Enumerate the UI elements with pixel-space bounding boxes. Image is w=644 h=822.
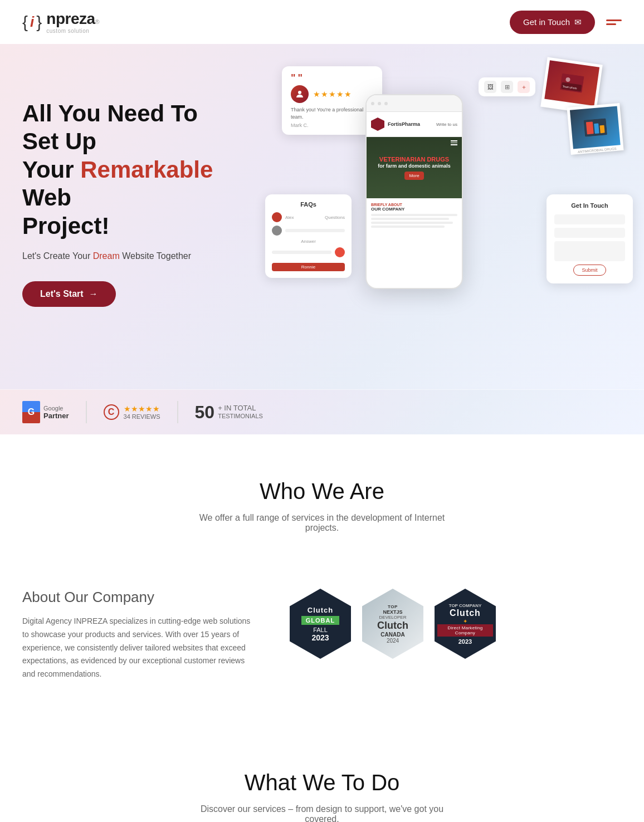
badge-nextjs-label: NEXTJS [377, 609, 408, 615]
testimonials-number: 50 [195, 402, 215, 423]
badge-year-1: 2023 [301, 633, 339, 642]
reviewer-avatar [291, 85, 309, 103]
phone-text-line-2 [371, 218, 449, 220]
clutch-stars: ★★★★★ [124, 404, 160, 413]
phone-company-label: OUR COMPANY [371, 207, 457, 212]
google-partner-badge: G Google Partner [22, 401, 69, 423]
what-we-do-subtitle: Discover our services – from design to s… [183, 804, 461, 822]
phone-text-line-1 [371, 214, 457, 216]
lets-start-button[interactable]: Let's Start → [22, 281, 116, 307]
faq-submit-button[interactable]: Ronnie [272, 263, 345, 271]
clutch-logo-c: C [104, 404, 119, 420]
svg-rect-6 [586, 121, 593, 134]
faq-avatar-2 [272, 226, 282, 236]
about-title: About Our Company [22, 589, 256, 606]
header-right: Get in Touch ✉ [510, 11, 622, 34]
faq-row-answer [272, 226, 345, 236]
hex-badge-1: Clutch GLOBAL FALL 2023 [290, 589, 351, 659]
faq-answer-label: Answer [301, 239, 316, 244]
cta-label: Get in Touch [523, 17, 570, 27]
stats-area: G Google Partner C ★★★★★ 34 REVIEWS 50 +… [0, 389, 644, 434]
review-stars: ★★★★★ [313, 90, 352, 99]
clutch-stat: C ★★★★★ 34 REVIEWS [104, 404, 160, 420]
phone-text-lines [371, 214, 457, 228]
hex-content-3: TOP COMPANY Clutch ✦ Direct Marketing Co… [435, 598, 496, 650]
who-we-are-subtitle: We offer a full range of services in the… [183, 513, 461, 533]
toolbar-mockup: 🖼 ⊞ ＋ [479, 77, 535, 96]
phone-dot-3 [384, 102, 388, 105]
phone-content: BRIEFLY ABOUT OUR COMPANY [367, 198, 462, 234]
polaroid-img-2 [570, 106, 621, 149]
badge-developer-label: DEVELOPER [377, 615, 408, 620]
badges-area: Clutch GLOBAL FALL 2023 TOP NEXTJS DEVEL… [290, 589, 496, 659]
hero-title-line1: All You Need To Set Up [22, 100, 198, 154]
faq-row-3 [272, 247, 345, 257]
who-we-are-section: Who We Are We offer a full range of serv… [0, 434, 644, 566]
pharma-name: FortisPharma [388, 121, 420, 127]
faq-row-alex: Alex Questions [272, 212, 345, 222]
phone-drug-title: VETERINARIAN DRUGS [378, 155, 451, 163]
hero-title-line3: Project! [22, 213, 109, 239]
ph-line-2 [451, 143, 457, 144]
phone-hamburger-icon [451, 140, 457, 145]
badge-global-strip: GLOBAL [301, 616, 339, 625]
svg-point-0 [298, 91, 301, 94]
phone-dot-2 [378, 102, 381, 105]
faq-label-questions: Questions [325, 215, 345, 220]
contact-card-title: Get In Touch [554, 202, 625, 209]
svg-rect-7 [594, 124, 599, 134]
tb-icon-img: 🖼 [484, 81, 496, 93]
hex-badge-3: TOP COMPANY Clutch ✦ Direct Marketing Co… [435, 589, 496, 659]
clutch-global-badge: Clutch GLOBAL FALL 2023 [290, 589, 351, 659]
reviewer-name: Mark C. [291, 123, 373, 128]
lets-start-label: Let's Start [40, 289, 84, 299]
clutch-dc-badge: TOP COMPANY Clutch ✦ Direct Marketing Co… [435, 589, 496, 659]
header: { i } npreza ® custom solution Get in To… [0, 0, 644, 44]
phone-mockup: FortisPharma Write to us VETERINARIAN DR… [365, 94, 463, 289]
testimonials-stat: 50 + IN TOTAL TESTIMONIALS [195, 402, 263, 423]
quote-mark-2: " [298, 73, 303, 83]
badge-star-icon: ✦ [437, 618, 493, 624]
polaroid-img-1: Team photo [544, 60, 599, 106]
hex-content-1: Clutch GLOBAL FALL 2023 [299, 600, 342, 648]
hero-visuals: 🖼 ⊞ ＋ " " ★★★★★ Thank you! You're a prof… [265, 61, 633, 373]
polaroid-image-2: ANTIMICROBIAL DRUGS [567, 103, 623, 155]
pharma-shield-icon [371, 118, 384, 131]
ph-line-3 [451, 144, 457, 145]
contact-field-1 [554, 214, 625, 224]
about-section: About Our Company Digital Agency INPREZA… [0, 566, 644, 726]
hamburger-menu[interactable] [606, 19, 622, 25]
logo: { i } npreza ® custom solution [22, 10, 100, 34]
badge-top-company-label: TOP COMPANY [437, 603, 493, 608]
faq-answer-line [285, 229, 345, 232]
menu-line-2 [606, 23, 616, 25]
faq-label-alex: Alex [285, 215, 294, 220]
google-label: Google [43, 405, 69, 412]
email-icon: ✉ [574, 17, 582, 27]
hero-subtitle: Let's Create Your Dream Website Together [22, 251, 234, 261]
phone-more-button[interactable]: More [404, 172, 423, 180]
hero-title-line2: Your Remarkable Web [22, 156, 213, 211]
arrow-icon: → [89, 289, 98, 299]
hero-section: All You Need To Set Up Your Remarkable W… [0, 44, 644, 389]
review-text: Thank you! You're a professional team. [291, 106, 373, 120]
ph-line-1 [451, 140, 457, 141]
phone-dot-1 [371, 102, 374, 105]
what-we-do-title: What We To Do [22, 770, 622, 795]
badge-top-label: TOP [377, 604, 408, 609]
what-we-do-section: What We To Do Discover our services – fr… [0, 726, 644, 822]
faqs-title: FAQs [272, 201, 345, 208]
contact-field-2 [554, 228, 625, 238]
phone-top-bar [367, 95, 462, 112]
faq-line-3 [272, 251, 331, 254]
contact-submit-button[interactable]: Submit [573, 265, 606, 276]
faq-avatar-alex [272, 212, 282, 222]
logo-subtitle: custom solution [46, 28, 99, 34]
logo-name: npreza [46, 10, 95, 28]
badge-clutch-label-3: Clutch [437, 608, 493, 618]
contact-field-3 [554, 241, 625, 261]
about-description: Digital Agency INPREZA specializes in cu… [22, 615, 256, 681]
phone-pharma-logo: FortisPharma Write to us [367, 112, 462, 137]
get-in-touch-button[interactable]: Get in Touch ✉ [510, 11, 595, 34]
badge-fall-label: FALL [301, 627, 339, 633]
